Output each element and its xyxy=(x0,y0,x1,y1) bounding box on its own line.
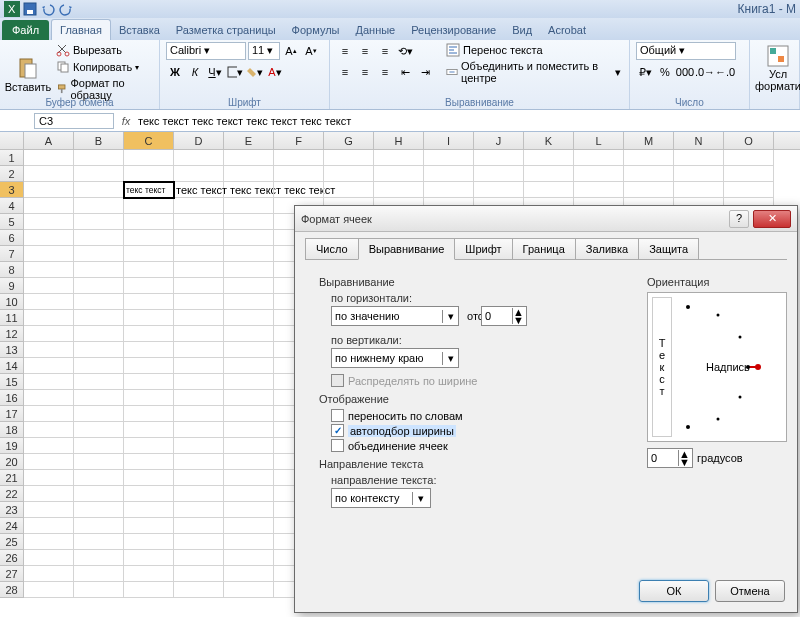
cell[interactable] xyxy=(174,198,224,214)
cell[interactable] xyxy=(24,214,74,230)
cell[interactable] xyxy=(24,358,74,374)
cell[interactable] xyxy=(124,358,174,374)
cell[interactable] xyxy=(474,182,524,198)
cell[interactable] xyxy=(224,294,274,310)
dialog-tab-number[interactable]: Число xyxy=(305,238,359,260)
tab-formulas[interactable]: Формулы xyxy=(284,20,348,40)
cell[interactable] xyxy=(74,326,124,342)
cell[interactable] xyxy=(124,166,174,182)
cell[interactable] xyxy=(124,502,174,518)
cell[interactable] xyxy=(174,374,224,390)
col-header[interactable]: N xyxy=(674,132,724,149)
cell[interactable] xyxy=(224,182,274,198)
cell[interactable] xyxy=(74,582,124,598)
copy-button[interactable]: Копировать▾ xyxy=(54,59,153,75)
row-header[interactable]: 20 xyxy=(0,454,24,470)
cell[interactable] xyxy=(224,342,274,358)
cell[interactable] xyxy=(374,182,424,198)
cut-button[interactable]: Вырезать xyxy=(54,42,153,58)
cell[interactable] xyxy=(224,406,274,422)
bold-button[interactable]: Ж xyxy=(166,63,184,81)
cell[interactable] xyxy=(224,326,274,342)
font-size-select[interactable]: 11 ▾ xyxy=(248,42,280,60)
underline-button[interactable]: Ч▾ xyxy=(206,63,224,81)
cell[interactable] xyxy=(174,518,224,534)
cell[interactable] xyxy=(624,150,674,166)
cell[interactable] xyxy=(74,486,124,502)
cell[interactable] xyxy=(124,566,174,582)
cell[interactable] xyxy=(224,230,274,246)
tab-insert[interactable]: Вставка xyxy=(111,20,168,40)
merge-center-button[interactable]: Объединить и поместить в центре ▾ xyxy=(444,59,623,85)
row-header[interactable]: 22 xyxy=(0,486,24,502)
cell[interactable] xyxy=(224,310,274,326)
cell[interactable] xyxy=(74,502,124,518)
orientation-dial[interactable]: Надпись xyxy=(678,297,782,437)
col-header[interactable]: I xyxy=(424,132,474,149)
cell[interactable] xyxy=(24,438,74,454)
cell[interactable] xyxy=(124,342,174,358)
cell[interactable] xyxy=(724,182,774,198)
cell[interactable] xyxy=(124,326,174,342)
cell[interactable] xyxy=(224,502,274,518)
cell[interactable] xyxy=(74,534,124,550)
cell[interactable] xyxy=(224,358,274,374)
cell[interactable] xyxy=(374,150,424,166)
orientation-button[interactable]: ⟲▾ xyxy=(396,42,414,60)
row-header[interactable]: 1 xyxy=(0,150,24,166)
cell[interactable] xyxy=(224,582,274,598)
cell[interactable] xyxy=(224,566,274,582)
col-header[interactable]: D xyxy=(174,132,224,149)
cell[interactable] xyxy=(24,486,74,502)
cell[interactable] xyxy=(174,454,224,470)
col-header[interactable]: C xyxy=(124,132,174,149)
cell[interactable] xyxy=(224,278,274,294)
cell[interactable] xyxy=(124,214,174,230)
percent-button[interactable]: % xyxy=(656,63,674,81)
cell[interactable] xyxy=(74,454,124,470)
cell[interactable] xyxy=(74,310,124,326)
col-header[interactable]: G xyxy=(324,132,374,149)
cell[interactable] xyxy=(174,470,224,486)
row-header[interactable]: 6 xyxy=(0,230,24,246)
cell[interactable] xyxy=(224,390,274,406)
cell[interactable] xyxy=(174,150,224,166)
cell[interactable] xyxy=(124,582,174,598)
cell[interactable] xyxy=(74,166,124,182)
font-name-select[interactable]: Calibri ▾ xyxy=(166,42,246,60)
cell[interactable] xyxy=(524,150,574,166)
cell[interactable] xyxy=(174,406,224,422)
font-color-button[interactable]: A▾ xyxy=(266,63,284,81)
cell[interactable] xyxy=(74,262,124,278)
cell[interactable] xyxy=(124,262,174,278)
cell[interactable] xyxy=(124,518,174,534)
cell[interactable] xyxy=(74,438,124,454)
cell[interactable] xyxy=(24,390,74,406)
dialog-titlebar[interactable]: Формат ячеек ? ✕ xyxy=(295,206,797,232)
cell[interactable] xyxy=(274,182,324,198)
cell[interactable] xyxy=(224,550,274,566)
cell[interactable] xyxy=(474,166,524,182)
tab-home[interactable]: Главная xyxy=(51,19,111,40)
tab-file[interactable]: Файл xyxy=(2,20,49,40)
cell[interactable] xyxy=(324,182,374,198)
cell[interactable] xyxy=(74,182,124,198)
cell[interactable] xyxy=(174,582,224,598)
row-header[interactable]: 13 xyxy=(0,342,24,358)
col-header[interactable]: E xyxy=(224,132,274,149)
cell[interactable] xyxy=(124,486,174,502)
cell[interactable] xyxy=(24,230,74,246)
cell[interactable] xyxy=(174,390,224,406)
cell[interactable] xyxy=(174,310,224,326)
cell[interactable] xyxy=(174,358,224,374)
cell[interactable] xyxy=(424,150,474,166)
tab-page-layout[interactable]: Разметка страницы xyxy=(168,20,284,40)
cell[interactable] xyxy=(124,198,174,214)
cell[interactable] xyxy=(124,278,174,294)
cell[interactable] xyxy=(224,150,274,166)
align-middle-button[interactable]: ≡ xyxy=(356,42,374,60)
cell[interactable] xyxy=(24,374,74,390)
undo-icon[interactable] xyxy=(40,1,56,17)
cell[interactable] xyxy=(24,198,74,214)
cell[interactable] xyxy=(224,486,274,502)
